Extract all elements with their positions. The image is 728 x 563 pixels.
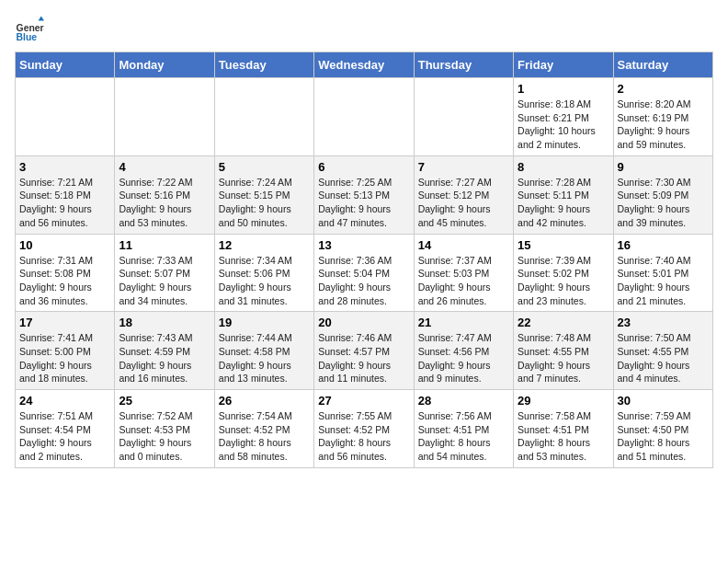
day-number: 7 — [418, 160, 509, 174]
day-info: Sunrise: 7:52 AMSunset: 4:53 PMDaylight:… — [119, 409, 210, 464]
day-info: Sunrise: 7:25 AMSunset: 5:13 PMDaylight:… — [318, 176, 409, 230]
day-info: Sunrise: 8:18 AMSunset: 6:21 PMDaylight:… — [518, 98, 609, 152]
day-number: 28 — [418, 394, 509, 408]
weekday-header-wednesday: Wednesday — [314, 52, 414, 78]
day-info: Sunrise: 7:41 AMSunset: 5:00 PMDaylight:… — [19, 331, 110, 385]
day-cell: 17Sunrise: 7:41 AMSunset: 5:00 PMDayligh… — [16, 312, 115, 390]
day-cell: 19Sunrise: 7:44 AMSunset: 4:58 PMDayligh… — [214, 312, 313, 390]
day-number: 29 — [518, 394, 609, 408]
day-cell — [414, 78, 513, 156]
week-row-4: 17Sunrise: 7:41 AMSunset: 5:00 PMDayligh… — [16, 312, 713, 390]
day-info: Sunrise: 7:24 AMSunset: 5:15 PMDaylight:… — [219, 176, 310, 230]
day-cell — [115, 78, 214, 156]
day-number: 20 — [318, 316, 409, 329]
day-cell: 3Sunrise: 7:21 AMSunset: 5:18 PMDaylight… — [16, 155, 115, 234]
day-number: 18 — [119, 316, 210, 329]
day-cell: 25Sunrise: 7:52 AMSunset: 4:53 PMDayligh… — [115, 390, 214, 468]
day-info: Sunrise: 7:59 AMSunset: 4:50 PMDaylight:… — [618, 409, 709, 464]
day-number: 6 — [318, 160, 409, 174]
day-cell: 22Sunrise: 7:48 AMSunset: 4:55 PMDayligh… — [514, 312, 613, 390]
weekday-header: SundayMondayTuesdayWednesdayThursdayFrid… — [16, 52, 713, 78]
day-info: Sunrise: 7:50 AMSunset: 4:55 PMDaylight:… — [618, 331, 709, 385]
day-cell: 11Sunrise: 7:33 AMSunset: 5:07 PMDayligh… — [115, 234, 214, 312]
day-cell: 1Sunrise: 8:18 AMSunset: 6:21 PMDaylight… — [514, 78, 613, 156]
day-number: 15 — [518, 238, 609, 252]
day-number: 12 — [219, 238, 310, 252]
day-info: Sunrise: 7:34 AMSunset: 5:06 PMDaylight:… — [219, 254, 310, 308]
weekday-header-saturday: Saturday — [613, 52, 712, 78]
day-cell: 30Sunrise: 7:59 AMSunset: 4:50 PMDayligh… — [613, 390, 712, 468]
day-cell: 20Sunrise: 7:46 AMSunset: 4:57 PMDayligh… — [314, 312, 414, 390]
weekday-header-monday: Monday — [115, 52, 214, 78]
day-cell: 27Sunrise: 7:55 AMSunset: 4:52 PMDayligh… — [314, 390, 414, 468]
day-number: 14 — [418, 238, 509, 252]
day-info: Sunrise: 7:21 AMSunset: 5:18 PMDaylight:… — [19, 176, 110, 230]
weekday-header-sunday: Sunday — [16, 52, 115, 78]
day-cell: 28Sunrise: 7:56 AMSunset: 4:51 PMDayligh… — [414, 390, 513, 468]
day-info: Sunrise: 7:36 AMSunset: 5:04 PMDaylight:… — [318, 254, 409, 308]
header: General Blue — [15, 15, 713, 44]
svg-marker-2 — [39, 17, 44, 21]
day-cell: 23Sunrise: 7:50 AMSunset: 4:55 PMDayligh… — [613, 312, 712, 390]
day-number: 2 — [618, 82, 709, 96]
day-info: Sunrise: 7:40 AMSunset: 5:01 PMDaylight:… — [618, 254, 709, 308]
day-info: Sunrise: 7:33 AMSunset: 5:07 PMDaylight:… — [119, 254, 210, 308]
day-cell: 6Sunrise: 7:25 AMSunset: 5:13 PMDaylight… — [314, 155, 414, 234]
day-number: 3 — [19, 160, 110, 174]
day-info: Sunrise: 7:27 AMSunset: 5:12 PMDaylight:… — [418, 176, 509, 230]
day-info: Sunrise: 7:31 AMSunset: 5:08 PMDaylight:… — [19, 254, 110, 308]
day-info: Sunrise: 7:37 AMSunset: 5:03 PMDaylight:… — [418, 254, 509, 308]
week-row-2: 3Sunrise: 7:21 AMSunset: 5:18 PMDaylight… — [16, 155, 713, 234]
day-info: Sunrise: 7:22 AMSunset: 5:16 PMDaylight:… — [119, 176, 210, 230]
logo: General Blue — [15, 15, 48, 44]
day-number: 9 — [618, 160, 709, 174]
day-number: 5 — [219, 160, 310, 174]
day-number: 8 — [518, 160, 609, 174]
day-cell: 8Sunrise: 7:28 AMSunset: 5:11 PMDaylight… — [514, 155, 613, 234]
day-cell: 26Sunrise: 7:54 AMSunset: 4:52 PMDayligh… — [214, 390, 313, 468]
day-info: Sunrise: 7:28 AMSunset: 5:11 PMDaylight:… — [518, 176, 609, 230]
day-number: 4 — [119, 160, 210, 174]
day-number: 30 — [618, 394, 709, 408]
day-cell: 16Sunrise: 7:40 AMSunset: 5:01 PMDayligh… — [613, 234, 712, 312]
day-number: 11 — [119, 238, 210, 252]
day-info: Sunrise: 7:39 AMSunset: 5:02 PMDaylight:… — [518, 254, 609, 308]
weekday-header-tuesday: Tuesday — [214, 52, 313, 78]
week-row-1: 1Sunrise: 8:18 AMSunset: 6:21 PMDaylight… — [16, 78, 713, 156]
day-cell: 14Sunrise: 7:37 AMSunset: 5:03 PMDayligh… — [414, 234, 513, 312]
day-info: Sunrise: 7:51 AMSunset: 4:54 PMDaylight:… — [19, 409, 110, 464]
svg-text:General: General — [17, 23, 44, 33]
week-row-5: 24Sunrise: 7:51 AMSunset: 4:54 PMDayligh… — [16, 390, 713, 468]
day-cell: 10Sunrise: 7:31 AMSunset: 5:08 PMDayligh… — [16, 234, 115, 312]
day-cell: 18Sunrise: 7:43 AMSunset: 4:59 PMDayligh… — [115, 312, 214, 390]
day-cell — [314, 78, 414, 156]
day-cell — [214, 78, 313, 156]
day-number: 27 — [318, 394, 409, 408]
day-number: 1 — [518, 82, 609, 96]
day-number: 10 — [19, 238, 110, 252]
day-number: 16 — [618, 238, 709, 252]
day-cell: 7Sunrise: 7:27 AMSunset: 5:12 PMDaylight… — [414, 155, 513, 234]
day-cell: 21Sunrise: 7:47 AMSunset: 4:56 PMDayligh… — [414, 312, 513, 390]
day-cell: 5Sunrise: 7:24 AMSunset: 5:15 PMDaylight… — [214, 155, 313, 234]
day-info: Sunrise: 7:55 AMSunset: 4:52 PMDaylight:… — [318, 409, 409, 464]
day-info: Sunrise: 7:30 AMSunset: 5:09 PMDaylight:… — [618, 176, 709, 230]
day-info: Sunrise: 7:47 AMSunset: 4:56 PMDaylight:… — [418, 331, 509, 385]
day-number: 19 — [219, 316, 310, 329]
day-number: 21 — [418, 316, 509, 329]
day-number: 13 — [318, 238, 409, 252]
day-info: Sunrise: 7:43 AMSunset: 4:59 PMDaylight:… — [119, 331, 210, 385]
day-number: 17 — [19, 316, 110, 329]
day-cell: 2Sunrise: 8:20 AMSunset: 6:19 PMDaylight… — [613, 78, 712, 156]
calendar-body: 1Sunrise: 8:18 AMSunset: 6:21 PMDaylight… — [16, 78, 713, 468]
day-info: Sunrise: 7:44 AMSunset: 4:58 PMDaylight:… — [219, 331, 310, 385]
calendar: SundayMondayTuesdayWednesdayThursdayFrid… — [15, 52, 713, 468]
day-number: 23 — [618, 316, 709, 329]
day-cell: 29Sunrise: 7:58 AMSunset: 4:51 PMDayligh… — [514, 390, 613, 468]
svg-text:Blue: Blue — [17, 32, 38, 42]
weekday-header-friday: Friday — [514, 52, 613, 78]
day-cell: 24Sunrise: 7:51 AMSunset: 4:54 PMDayligh… — [16, 390, 115, 468]
week-row-3: 10Sunrise: 7:31 AMSunset: 5:08 PMDayligh… — [16, 234, 713, 312]
day-info: Sunrise: 8:20 AMSunset: 6:19 PMDaylight:… — [618, 98, 709, 152]
day-number: 22 — [518, 316, 609, 329]
